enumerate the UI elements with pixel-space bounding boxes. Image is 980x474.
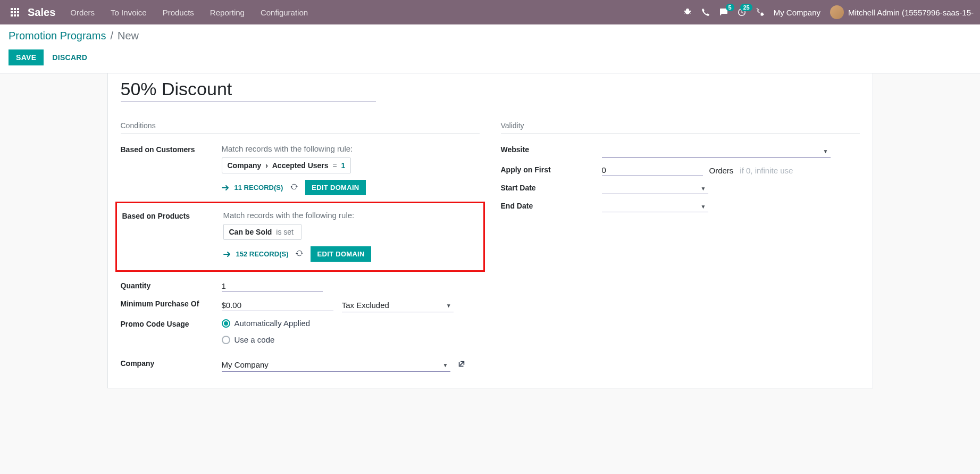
label-based-on-customers: Based on Customers: [121, 144, 222, 154]
form-groups: Conditions Based on Customers Match reco…: [121, 121, 860, 375]
field-apply-on-first: Apply on First Orders if 0, infinite use: [501, 161, 860, 179]
value-min-purchase: ▼: [222, 298, 480, 312]
website-select[interactable]: [602, 144, 831, 158]
customers-domain-actions: 11 RECORD(S) EDIT DOMAIN: [222, 180, 480, 195]
nav-orders[interactable]: Orders: [70, 8, 95, 17]
svg-rect-1: [14, 8, 16, 10]
label-website: Website: [501, 144, 602, 154]
label-end-date: End Date: [501, 201, 602, 210]
svg-rect-6: [11, 14, 13, 16]
radio-use-code[interactable]: Use a code: [222, 335, 480, 344]
field-start-date: Start Date ▼: [501, 179, 860, 197]
orders-hint: if 0, infinite use: [740, 166, 793, 175]
products-domain-actions: 152 RECORD(S) EDIT DOMAIN: [223, 246, 478, 262]
messages-icon[interactable]: 5: [719, 8, 728, 16]
value-end-date: ▼: [602, 201, 860, 212]
control-buttons: SAVE DISCARD: [9, 49, 971, 65]
discard-button[interactable]: DISCARD: [52, 53, 87, 62]
svg-rect-7: [14, 14, 16, 16]
chip-field2: Accepted Users: [272, 161, 329, 170]
conditions-group: Conditions Based on Customers Match reco…: [121, 121, 480, 375]
messages-badge: 5: [726, 4, 734, 11]
label-based-on-products: Based on Products: [122, 211, 223, 220]
field-based-on-customers: Based on Customers Match records with th…: [121, 141, 480, 198]
label-quantity: Quantity: [121, 280, 222, 290]
customers-records-count: 11 RECORD(S): [234, 184, 283, 192]
refresh-icon-2[interactable]: [296, 250, 303, 259]
field-quantity: Quantity: [121, 277, 480, 295]
field-promo-usage: Promo Code Usage Automatically Applied U…: [121, 315, 480, 355]
value-company: ▼: [222, 358, 480, 372]
radio-code-label: Use a code: [234, 335, 275, 344]
field-company: Company ▼: [121, 355, 480, 375]
label-promo-usage: Promo Code Usage: [121, 319, 222, 328]
refresh-icon[interactable]: [290, 183, 298, 192]
tax-select[interactable]: [342, 298, 454, 312]
radio-auto-applied[interactable]: Automatically Applied: [222, 319, 480, 328]
tools-icon[interactable]: [756, 8, 764, 16]
field-based-on-products: Based on Products Match records with the…: [122, 207, 478, 265]
activities-icon[interactable]: 25: [738, 8, 746, 16]
value-start-date: ▼: [602, 182, 860, 194]
save-button[interactable]: SAVE: [9, 49, 44, 65]
app-brand[interactable]: Sales: [28, 6, 55, 19]
value-based-on-products: Match records with the following rule: C…: [223, 211, 478, 262]
start-date-input[interactable]: [602, 182, 708, 194]
user-menu[interactable]: Mitchell Admin (15557996-saas-15-: [830, 5, 974, 19]
edit-domain-products-button[interactable]: EDIT DOMAIN: [311, 246, 371, 262]
company-switcher[interactable]: My Company: [774, 8, 820, 17]
svg-rect-8: [17, 14, 19, 16]
svg-rect-3: [11, 11, 13, 13]
phone-icon[interactable]: [701, 8, 710, 16]
label-company: Company: [121, 358, 222, 368]
quantity-input[interactable]: [222, 280, 323, 292]
breadcrumb: Promotion Programs / New: [9, 30, 971, 42]
products-records-link[interactable]: 152 RECORD(S): [223, 250, 289, 258]
user-name: Mitchell Admin (15557996-saas-15-: [848, 8, 974, 17]
nav-products[interactable]: Products: [163, 8, 194, 17]
chip-val: 1: [341, 161, 346, 170]
min-purchase-input[interactable]: [222, 300, 333, 311]
apps-icon[interactable]: [6, 4, 23, 21]
orders-text: Orders: [709, 166, 734, 175]
end-date-input[interactable]: [602, 201, 708, 212]
nav-reporting[interactable]: Reporting: [210, 8, 245, 17]
value-apply-on-first: Orders if 0, infinite use: [602, 164, 860, 176]
nav-to-invoice[interactable]: To Invoice: [111, 8, 147, 17]
products-records-count: 152 RECORD(S): [236, 250, 289, 258]
radio-icon-unchecked: [222, 336, 230, 344]
chip-op: =: [332, 161, 337, 170]
navbar-menu: Orders To Invoice Products Reporting Con…: [70, 8, 308, 17]
validity-group: Validity Website ▼ Apply on First Orde: [501, 121, 860, 375]
label-start-date: Start Date: [501, 182, 602, 192]
company-select[interactable]: [222, 358, 450, 372]
svg-rect-4: [14, 11, 16, 13]
form-background: Conditions Based on Customers Match reco…: [0, 73, 980, 410]
customers-records-link[interactable]: 11 RECORD(S): [222, 184, 283, 192]
navbar-right: 5 25 My Company Mitchell Admin (15557996…: [683, 5, 974, 19]
edit-domain-customers-button[interactable]: EDIT DOMAIN: [305, 180, 365, 195]
value-based-on-customers: Match records with the following rule: C…: [222, 144, 480, 195]
nav-configuration[interactable]: Configuration: [261, 8, 308, 17]
radio-icon-checked: [222, 319, 230, 328]
program-name-input[interactable]: [121, 77, 376, 102]
chip-field1: Company: [228, 161, 262, 170]
bug-icon[interactable]: [683, 8, 692, 16]
value-promo-usage: Automatically Applied Use a code: [222, 319, 480, 352]
svg-rect-5: [17, 11, 19, 13]
top-navbar: Sales Orders To Invoice Products Reporti…: [0, 0, 980, 24]
chip-op2: is set: [276, 228, 294, 236]
label-min-purchase: Minimum Purchase Of: [121, 298, 222, 308]
breadcrumb-parent[interactable]: Promotion Programs: [9, 30, 106, 42]
customers-domain-chip: Company › Accepted Users = 1: [222, 157, 351, 173]
validity-heading: Validity: [501, 121, 860, 134]
avatar: [830, 5, 844, 19]
products-domain-desc: Match records with the following rule:: [223, 211, 478, 220]
external-link-icon[interactable]: [458, 360, 465, 369]
svg-rect-0: [11, 8, 13, 10]
apply-on-first-input[interactable]: [602, 164, 703, 176]
products-domain-chip: Can be Sold is set: [223, 224, 301, 240]
value-website: ▼: [602, 144, 860, 158]
breadcrumb-separator: /: [110, 30, 113, 42]
conditions-heading: Conditions: [121, 121, 480, 134]
